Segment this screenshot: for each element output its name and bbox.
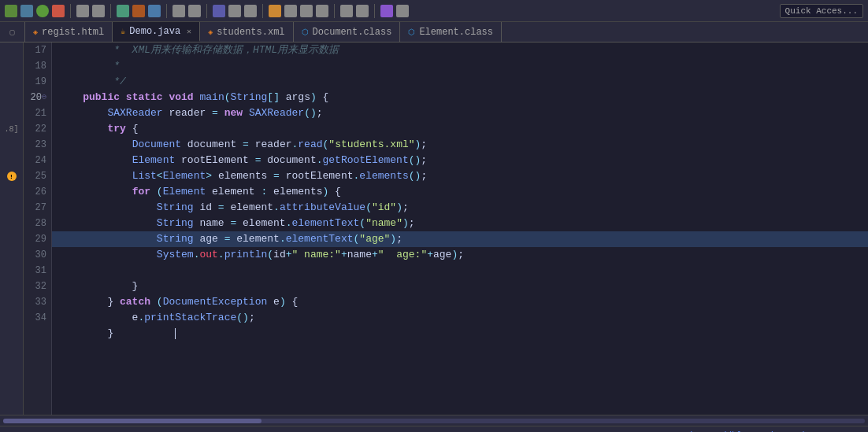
tab-element[interactable]: ⬡ Element.class: [400, 22, 502, 42]
margin-30: [0, 247, 23, 263]
method-main: main: [200, 90, 224, 105]
method-getrootelement: getRootElement: [323, 153, 409, 168]
toolbar-icon-1[interactable]: [5, 5, 17, 17]
code-line-25: List < Element > elements = rootElement …: [52, 168, 868, 184]
method-println: println: [224, 247, 268, 263]
margin-27: [0, 200, 23, 216]
code-line-26: for ( Element element : elements ) {: [52, 184, 868, 200]
type-string4: String: [157, 231, 194, 247]
toolbar-icon-18[interactable]: [316, 5, 328, 17]
code-line-30: System . out . println ( id + " name:" +…: [52, 247, 868, 263]
string-agecolon: " age:": [378, 247, 427, 263]
toolbar-icon-17[interactable]: [300, 5, 313, 17]
code-line-18: *: [52, 58, 868, 74]
status-bar: https://blog.csdn.net/qq_41753380: [0, 426, 868, 432]
line-num-20: 20⊖: [31, 90, 46, 105]
type-list: List: [132, 168, 157, 184]
editor-container: .8] ! 17 18 19 20⊖ 21 22 23 24 25 26 27 …: [0, 42, 868, 415]
indent-20: [58, 90, 83, 105]
method-elementtext: elementText: [292, 216, 360, 231]
scrollbar-track-h[interactable]: [3, 419, 865, 423]
code-line-23: Document document = reader . read ( "stu…: [52, 137, 868, 153]
code-area[interactable]: * XML用来传输和存储数据，HTML用来显示数据 * */ public st…: [52, 42, 868, 415]
line-num-34: 34: [35, 310, 46, 326]
margin-24: [0, 153, 23, 168]
scrollbar-horizontal[interactable]: [0, 415, 868, 426]
line-indicator-8: .8]: [4, 125, 18, 134]
line-num-19: 19: [35, 74, 46, 90]
toolbar-sep-5: [262, 4, 263, 18]
type-string: String: [231, 90, 268, 105]
margin-22: .8]: [0, 121, 23, 137]
toolbar-icon-6[interactable]: [92, 5, 105, 17]
fold-indicator-20[interactable]: ⊖: [42, 90, 46, 105]
tab-students[interactable]: ◈ students.xml: [200, 22, 293, 42]
type-element2: Element: [163, 168, 206, 184]
tab-regist[interactable]: ◈ regist.html: [25, 22, 113, 42]
margin-31: [0, 263, 23, 279]
code-line-34: }: [52, 326, 868, 342]
type-saxreader: SAXReader: [107, 105, 162, 121]
line-num-21: 21: [35, 105, 46, 121]
comment-18: *: [58, 58, 120, 74]
toolbar-sep-6: [334, 4, 335, 18]
tab-demo[interactable]: ☕ Demo.java ✕: [113, 22, 200, 42]
code-line-27: String id = element . attributeValue ( "…: [52, 200, 868, 216]
tab-bar-collapse[interactable]: ▢: [0, 22, 25, 42]
toolbar-icon-7[interactable]: [117, 5, 129, 17]
tab-icon-regist: ◈: [33, 28, 38, 37]
kw-try: try: [107, 121, 125, 137]
type-document: Document: [132, 137, 181, 153]
toolbar-icon-2[interactable]: [20, 5, 33, 17]
toolbar-icon-15[interactable]: [269, 5, 281, 17]
margin-25: !: [0, 168, 23, 184]
kw-catch: catch: [120, 294, 150, 310]
toolbar-icon-13[interactable]: [228, 5, 241, 17]
tab-icon-document: ⬡: [302, 28, 309, 37]
line-num-17: 17: [35, 42, 46, 58]
line-num-33: 33: [35, 294, 46, 310]
margin-18: [0, 58, 23, 74]
toolbar-icon-12[interactable]: [213, 5, 225, 17]
margin-23: [0, 137, 23, 153]
margin-29: [0, 231, 23, 247]
quick-access-field[interactable]: Quick Acces...: [780, 4, 863, 18]
toolbar-icon-14[interactable]: [244, 5, 257, 17]
toolbar-icon-16[interactable]: [284, 5, 297, 17]
toolbar-sep-1: [70, 4, 71, 18]
code-line-31b: }: [52, 279, 868, 294]
toolbar-icon-20[interactable]: [356, 5, 369, 17]
tab-label-regist: regist.html: [42, 27, 104, 38]
method-elements: elements: [359, 168, 408, 184]
toolbar-icon-3[interactable]: [36, 5, 49, 17]
toolbar-sep-7: [374, 4, 375, 18]
kw-void: void: [169, 90, 193, 105]
margin-33: [0, 294, 23, 310]
code-line-19: */: [52, 74, 868, 90]
tab-close-demo[interactable]: ✕: [187, 27, 191, 36]
toolbar-icon-4[interactable]: [52, 5, 65, 17]
toolbar-icon-10[interactable]: [172, 5, 185, 17]
scrollbar-thumb-h[interactable]: [3, 419, 262, 423]
margin-28: [0, 216, 23, 231]
tab-document[interactable]: ⬡ Document.class: [294, 22, 401, 42]
kw-for: for: [132, 184, 150, 200]
toolbar-icon-11[interactable]: [188, 5, 201, 17]
line-num-29: 29: [35, 231, 46, 247]
tab-label-students: students.xml: [217, 27, 284, 38]
toolbar-icon-9[interactable]: [148, 5, 161, 17]
line-num-27: 27: [35, 200, 46, 216]
line-num-22: 22: [35, 121, 46, 137]
toolbar-icon-5[interactable]: [76, 5, 89, 17]
string-name: "name": [365, 216, 402, 231]
toolbar-icon-19[interactable]: [340, 5, 353, 17]
text-cursor: [175, 328, 176, 339]
toolbar-icon-8[interactable]: [132, 5, 145, 17]
tab-bar: ▢ ◈ regist.html ☕ Demo.java ✕ ◈ students…: [0, 22, 868, 42]
code-line-21: SAXReader reader = new SAXReader () ;: [52, 105, 868, 121]
system-class: System: [157, 247, 194, 263]
toolbar-icon-21[interactable]: [380, 5, 393, 17]
code-line-20: public static void main ( String [] args…: [52, 90, 868, 105]
tab-icon-students: ◈: [208, 28, 213, 37]
toolbar-icon-22[interactable]: [396, 5, 409, 17]
